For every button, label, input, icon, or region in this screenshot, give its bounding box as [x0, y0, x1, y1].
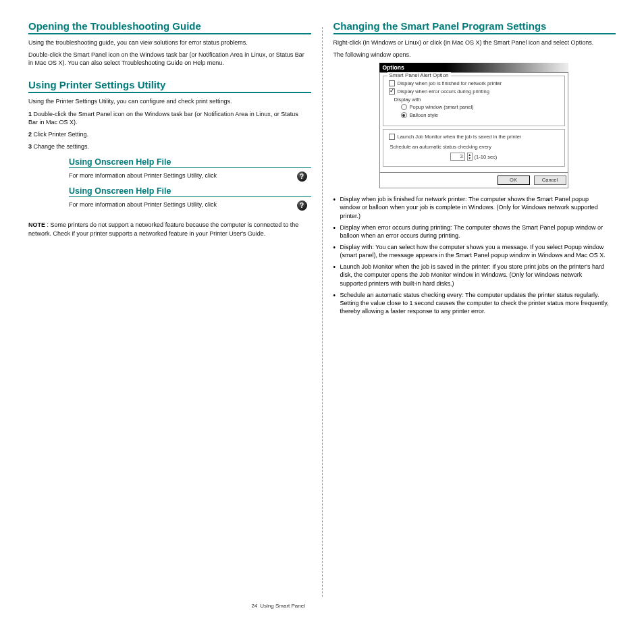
page: Opening the Troubleshooting Guide Using … [0, 0, 644, 644]
display-with-label: Display with [394, 97, 559, 103]
list-item: Schedule an automatic status checking ev… [333, 291, 610, 315]
step-number: 3 [28, 143, 32, 150]
paragraph: Using the troubleshooting guide, you can… [28, 38, 305, 47]
interval-hint: (1-10 sec) [475, 154, 498, 160]
note-head: NOTE [28, 221, 45, 228]
paragraph: Right-click (in Windows or Linux) or cli… [333, 38, 610, 47]
step-text: Double-click the Smart Panel icon on the… [28, 111, 298, 126]
page-number: 24 [251, 603, 257, 609]
checkbox-icon[interactable] [389, 80, 395, 86]
alert-option-fieldset: Smart Panel Alert Option Display when jo… [383, 76, 565, 126]
rule [28, 92, 311, 93]
column-divider [322, 27, 323, 597]
footer-left: 24 Using Smart Panel [28, 603, 305, 609]
help-icon[interactable]: ? [297, 171, 307, 182]
ok-button[interactable]: OK [498, 176, 530, 185]
right-column: Changing the Smart Panel Program Setting… [325, 20, 624, 624]
checkbox-row-jobmonitor[interactable]: Launch Job Monitor when the job is saved… [389, 134, 559, 140]
rule [28, 33, 311, 34]
radio-row-balloon[interactable]: Balloon style [401, 112, 559, 118]
list-item: Display when error occurs during printin… [333, 223, 610, 240]
footer-label: Using Smart Panel [260, 603, 305, 609]
paragraph-help: For more information about Printer Setti… [69, 171, 311, 180]
rule [333, 33, 616, 34]
subheading-onscreen-help: Using Onscreen Help File [69, 157, 311, 167]
left-column: Opening the Troubleshooting Guide Using … [20, 20, 319, 624]
dialog-button-row: OK Cancel [379, 173, 568, 188]
step-text: Click Printer Setting. [34, 131, 89, 138]
help-text: For more information about Printer Setti… [69, 172, 217, 179]
option-description-list: Display when job is finished for network… [333, 195, 610, 315]
schedule-label: Schedule an automatic status checking ev… [390, 144, 559, 150]
step-number: 1 [28, 111, 32, 117]
rule-thin [69, 167, 311, 168]
checkbox-label: Display when error occurs during printin… [398, 89, 489, 95]
note-text: : Some printers do not support a network… [28, 221, 298, 236]
help-text: For more information about Printer Setti… [69, 201, 217, 208]
radio-icon[interactable] [401, 112, 407, 118]
checkbox-icon[interactable] [389, 134, 395, 140]
paragraph-help: For more information about Printer Setti… [69, 200, 311, 209]
interval-input[interactable]: 3 [450, 153, 465, 161]
step: 3 Change the settings. [28, 142, 305, 151]
list-item: Launch Job Monitor when the job is saved… [333, 263, 610, 287]
cancel-button[interactable]: Cancel [534, 176, 566, 185]
radio-row-popup[interactable]: Popup window (smart panel) [401, 104, 559, 110]
fieldset-legend: Smart Panel Alert Option [387, 72, 451, 78]
dialog-title: Options [379, 63, 568, 72]
subheading-onscreen-help-2: Using Onscreen Help File [69, 186, 311, 196]
paragraph: The following window opens. [333, 51, 610, 59]
checkbox-row-finished[interactable]: Display when job is finished for network… [389, 80, 559, 86]
list-item: Display with: You can select how the com… [333, 243, 610, 259]
note-block: NOTE : Some printers do not support a ne… [28, 221, 305, 237]
schedule-row: 3 ▲ ▼ (1-10 sec) [389, 153, 559, 161]
dialog-body: Smart Panel Alert Option Display when jo… [379, 72, 568, 173]
radio-label: Popup window (smart panel) [410, 105, 474, 110]
step: 2 Click Printer Setting. [28, 130, 305, 138]
options-dialog: Options Smart Panel Alert Option Display… [379, 63, 568, 188]
step-number: 2 [28, 131, 32, 138]
heading-settings-utility: Using Printer Settings Utility [28, 79, 311, 90]
rule-thin [69, 196, 311, 197]
heading-troubleshooting: Opening the Troubleshooting Guide [28, 20, 311, 32]
radio-label: Balloon style [410, 113, 439, 118]
paragraph: Double-click the Smart Panel icon on the… [28, 51, 305, 67]
help-icon[interactable]: ? [297, 200, 307, 211]
spinner-down-icon[interactable]: ▼ [468, 157, 472, 160]
list-item: Display when job is finished for network… [333, 195, 610, 219]
radio-icon[interactable] [401, 104, 407, 110]
checkbox-label: Launch Job Monitor when the job is saved… [398, 134, 522, 140]
checkbox-row-error[interactable]: Display when error occurs during printin… [389, 88, 559, 95]
checkbox-label: Display when job is finished for network… [398, 81, 502, 86]
checkbox-icon[interactable] [389, 88, 395, 95]
monitor-fieldset: Launch Job Monitor when the job is saved… [383, 129, 565, 167]
step: 1 Double-click the Smart Panel icon on t… [28, 110, 305, 126]
paragraph: Using the Printer Settings Utility, you … [28, 97, 305, 105]
heading-change-settings: Changing the Smart Panel Program Setting… [333, 20, 616, 32]
step-text: Change the settings. [34, 143, 90, 150]
spinner[interactable]: ▲ ▼ [467, 153, 473, 161]
